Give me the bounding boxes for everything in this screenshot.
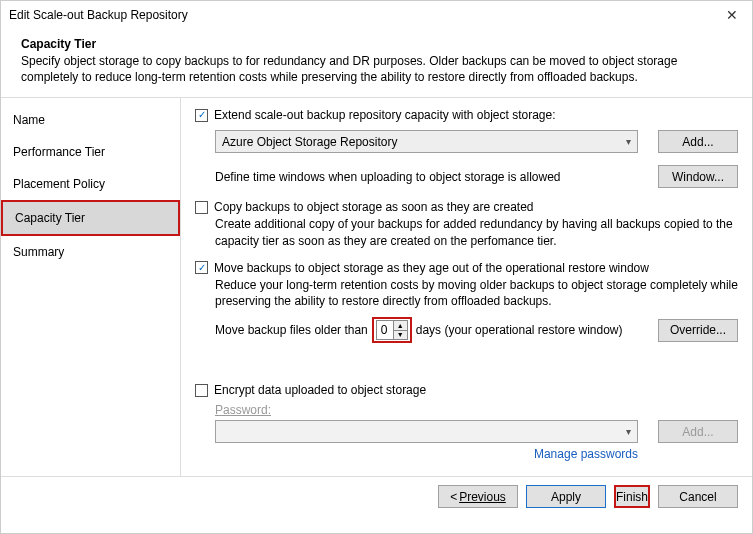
override-button[interactable]: Override... <box>658 319 738 342</box>
move-section: Move backups to object storage as they a… <box>195 261 738 343</box>
copy-label: Copy backups to object storage as soon a… <box>214 200 534 214</box>
copy-description: Create additional copy of your backups f… <box>215 216 738 248</box>
sidebar-item-capacity-tier[interactable]: Capacity Tier <box>1 200 180 236</box>
encrypt-section: Encrypt data uploaded to object storage … <box>195 383 738 461</box>
sidebar-item-summary[interactable]: Summary <box>1 236 180 268</box>
titlebar: Edit Scale-out Backup Repository ✕ <box>1 1 752 29</box>
content-pane: Extend scale-out backup repository capac… <box>181 98 752 476</box>
move-suffix: days (your operational restore window) <box>416 323 644 337</box>
add-repo-button[interactable]: Add... <box>658 130 738 153</box>
finish-button-highlight: Finish <box>614 485 650 508</box>
window-button[interactable]: Window... <box>658 165 738 188</box>
password-dropdown: ▾ <box>215 420 638 443</box>
page-title: Capacity Tier <box>21 37 681 51</box>
dialog-header: Capacity Tier Specify object storage to … <box>1 29 752 98</box>
encrypt-label: Encrypt data uploaded to object storage <box>214 383 426 397</box>
days-value: 0 <box>377 321 393 339</box>
time-window-label: Define time windows when uploading to ob… <box>215 170 638 184</box>
previous-button[interactable]: < Previous <box>438 485 518 508</box>
manage-passwords-link[interactable]: Manage passwords <box>534 447 638 461</box>
move-label: Move backups to object storage as they a… <box>214 261 649 275</box>
sidebar-item-placement-policy[interactable]: Placement Policy <box>1 168 180 200</box>
wizard-sidebar: Name Performance Tier Placement Policy C… <box>1 98 181 476</box>
page-description: Specify object storage to copy backups t… <box>21 53 681 85</box>
move-days-row: Move backup files older than 0 ▲ ▼ days … <box>215 317 738 343</box>
chevron-down-icon: ▾ <box>626 136 631 147</box>
move-description: Reduce your long-term retention costs by… <box>215 277 738 309</box>
spinner-up-icon[interactable]: ▲ <box>393 321 407 331</box>
dialog-body: Name Performance Tier Placement Policy C… <box>1 98 752 476</box>
dialog-footer: < Previous Apply Finish Cancel <box>1 476 752 516</box>
sidebar-item-performance-tier[interactable]: Performance Tier <box>1 136 180 168</box>
password-add-button: Add... <box>658 420 738 443</box>
extend-label: Extend scale-out backup repository capac… <box>214 108 556 122</box>
chevron-down-icon: ▾ <box>626 426 631 437</box>
repo-dropdown[interactable]: Azure Object Storage Repository ▾ <box>215 130 638 153</box>
encrypt-checkbox[interactable] <box>195 384 208 397</box>
copy-checkbox[interactable] <box>195 201 208 214</box>
spinner-down-icon[interactable]: ▼ <box>393 331 407 340</box>
copy-section: Copy backups to object storage as soon a… <box>195 200 738 248</box>
apply-button[interactable]: Apply <box>526 485 606 508</box>
finish-button[interactable]: Finish <box>616 490 648 504</box>
password-label: Password: <box>215 403 738 417</box>
cancel-button[interactable]: Cancel <box>658 485 738 508</box>
move-checkbox[interactable] <box>195 261 208 274</box>
days-spinner-highlight: 0 ▲ ▼ <box>372 317 412 343</box>
close-icon[interactable]: ✕ <box>720 7 744 23</box>
window-title: Edit Scale-out Backup Repository <box>9 8 188 22</box>
extend-row: Extend scale-out backup repository capac… <box>195 108 738 122</box>
extend-checkbox[interactable] <box>195 109 208 122</box>
repo-select-row: Azure Object Storage Repository ▾ Add... <box>215 130 738 153</box>
days-spinner[interactable]: 0 ▲ ▼ <box>376 320 408 340</box>
move-prefix: Move backup files older than <box>215 323 368 337</box>
time-window-row: Define time windows when uploading to ob… <box>215 165 738 188</box>
sidebar-item-name[interactable]: Name <box>1 104 180 136</box>
repo-dropdown-value: Azure Object Storage Repository <box>222 135 397 149</box>
